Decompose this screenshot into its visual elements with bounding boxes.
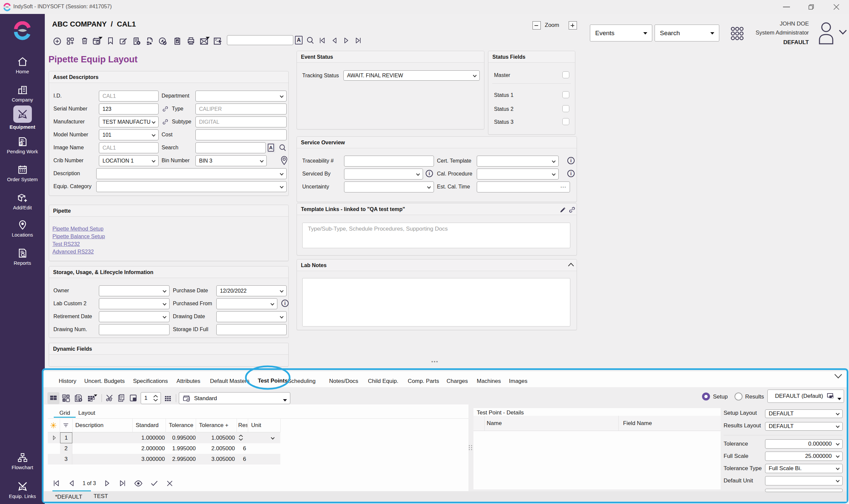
svg-text:$: $: [20, 142, 22, 145]
